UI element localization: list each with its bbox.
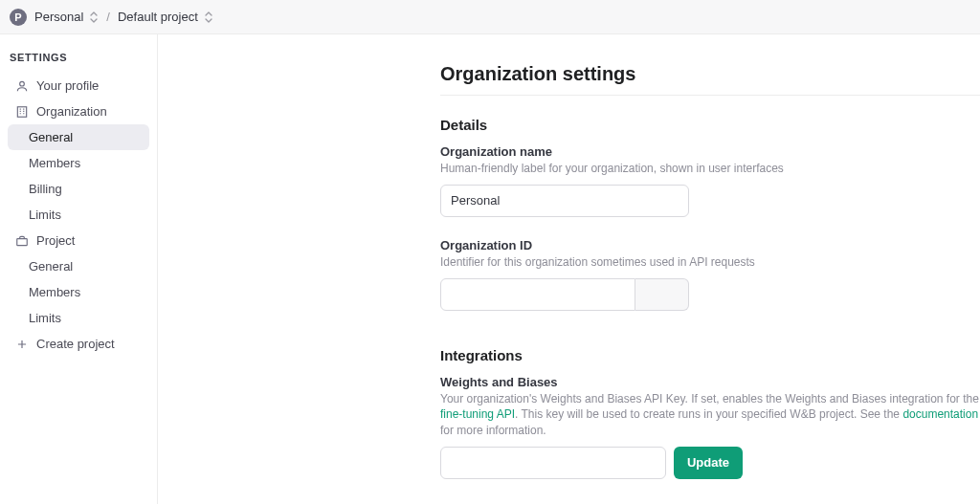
update-button[interactable]: Update xyxy=(674,447,743,479)
field-weights-biases: Weights and Biases Your organization's W… xyxy=(440,375,980,479)
page-title: Organization settings xyxy=(440,63,980,85)
field-help: Human-friendly label for your organizati… xyxy=(440,161,980,177)
sidebar-item-label: Billing xyxy=(29,182,62,196)
main-panel: Organization settings Details Organizati… xyxy=(158,34,980,504)
documentation-link[interactable]: documentation xyxy=(902,407,978,421)
settings-sidebar: SETTINGS Your profile Organization Gener… xyxy=(0,34,158,504)
svg-rect-2 xyxy=(17,238,28,245)
section-title-details: Details xyxy=(440,117,980,133)
help-text: Your organization's Weights and Biases A… xyxy=(440,392,979,405)
field-org-id: Organization ID Identifier for this orga… xyxy=(440,238,980,311)
sidebar-item-label: Your profile xyxy=(36,78,99,93)
sidebar-item-project-general[interactable]: General xyxy=(8,253,149,279)
sidebar-item-label: Members xyxy=(29,156,80,170)
breadcrumb-separator: / xyxy=(106,10,110,24)
breadcrumb-project-label: Default project xyxy=(118,10,198,24)
sidebar-item-label: Limits xyxy=(29,208,61,222)
fine-tuning-api-link[interactable]: fine-tuning API xyxy=(440,407,515,421)
briefcase-icon xyxy=(15,234,29,248)
breadcrumb-project[interactable]: Default project xyxy=(118,10,213,24)
sidebar-heading: SETTINGS xyxy=(8,48,149,73)
divider xyxy=(440,95,980,96)
section-title-integrations: Integrations xyxy=(440,347,980,363)
sidebar-item-project-limits[interactable]: Limits xyxy=(8,305,149,331)
field-org-name: Organization name Human-friendly label f… xyxy=(440,144,980,217)
breadcrumb-org[interactable]: Personal xyxy=(34,10,99,24)
sidebar-item-label: Project xyxy=(36,233,75,248)
breadcrumb-org-label: Personal xyxy=(34,10,83,24)
sidebar-item-label: Organization xyxy=(36,104,107,119)
svg-rect-1 xyxy=(17,106,26,117)
sidebar-item-org-general[interactable]: General xyxy=(8,124,149,150)
sidebar-item-project-members[interactable]: Members xyxy=(8,279,149,305)
sidebar-item-profile[interactable]: Your profile xyxy=(8,73,149,99)
building-icon xyxy=(15,105,29,119)
sidebar-item-label: Members xyxy=(29,285,80,299)
copy-button[interactable] xyxy=(635,278,689,311)
field-label: Organization ID xyxy=(440,238,980,252)
sidebar-item-org-billing[interactable]: Billing xyxy=(8,176,149,202)
field-help: Your organization's Weights and Biases A… xyxy=(440,391,980,439)
sidebar-item-organization[interactable]: Organization xyxy=(8,99,149,124)
field-help: Identifier for this organization sometim… xyxy=(440,254,980,271)
sidebar-item-label: Create project xyxy=(36,337,115,351)
org-avatar: P xyxy=(10,9,27,26)
svg-point-0 xyxy=(20,81,25,86)
sidebar-item-label: General xyxy=(29,130,73,144)
help-text: . This key will be used to create runs i… xyxy=(515,407,902,421)
chevron-updown-icon xyxy=(204,11,213,23)
plus-icon xyxy=(15,338,29,351)
sidebar-item-create-project[interactable]: Create project xyxy=(8,331,149,357)
sidebar-item-label: Limits xyxy=(29,311,61,325)
org-id-input[interactable] xyxy=(440,278,635,311)
sidebar-item-org-limits[interactable]: Limits xyxy=(8,202,149,228)
user-icon xyxy=(15,79,29,93)
wb-api-key-input[interactable] xyxy=(440,447,666,479)
org-name-input[interactable] xyxy=(440,185,689,217)
field-label: Weights and Biases xyxy=(440,375,980,389)
chevron-updown-icon xyxy=(89,11,99,23)
field-label: Organization name xyxy=(440,144,980,159)
top-breadcrumb-bar: P Personal / Default project xyxy=(0,0,980,34)
sidebar-item-org-members[interactable]: Members xyxy=(8,150,149,176)
sidebar-item-project[interactable]: Project xyxy=(8,228,149,253)
help-text: for more information. xyxy=(440,424,546,437)
sidebar-item-label: General xyxy=(29,259,73,274)
